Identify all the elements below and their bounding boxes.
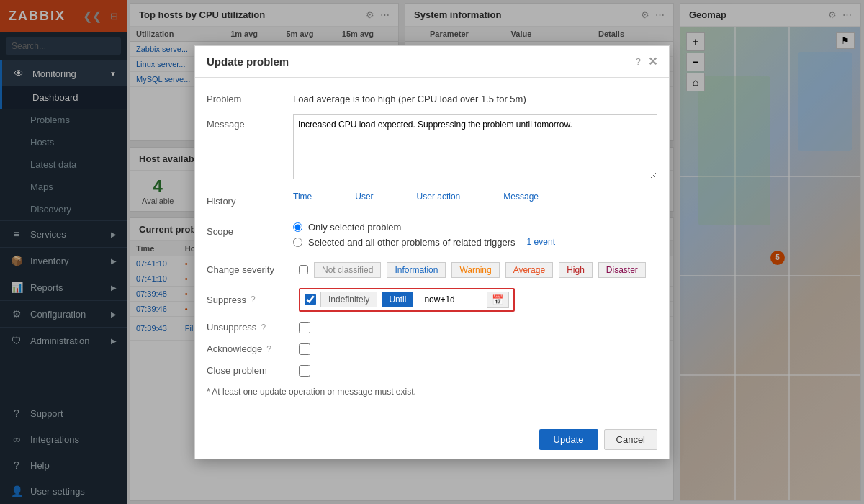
suppress-label-area: Suppress ? <box>207 294 293 305</box>
history-control: Time User User action Message <box>293 192 657 212</box>
severity-information-button[interactable]: Information <box>387 262 446 278</box>
modal-header: Update problem ? ✕ <box>195 46 669 78</box>
history-col-message[interactable]: Message <box>503 192 539 202</box>
scope-radio-only[interactable] <box>293 222 302 232</box>
suppress-until-button[interactable]: Until <box>382 292 413 307</box>
scope-control: Only selected problem Selected and all o… <box>293 222 657 252</box>
message-control: Increased CPU load expected. Suppressing… <box>293 114 657 181</box>
scope-label-all: Selected and all other problems of relat… <box>308 237 516 248</box>
modal-footer: Update Cancel <box>195 420 669 459</box>
suppress-controls: Indefinitely Until 📅 <box>299 288 515 312</box>
suppress-indefinitely-button[interactable]: Indefinitely <box>320 292 377 307</box>
suppress-calendar-button[interactable]: 📅 <box>487 292 509 308</box>
change-severity-row: Change severity Not classified Informati… <box>207 262 657 278</box>
suppress-checkbox[interactable] <box>305 294 316 305</box>
acknowledge-checkbox[interactable] <box>299 343 310 355</box>
update-problem-modal: Update problem ? ✕ Problem Load average … <box>194 45 670 459</box>
modal-help-icon[interactable]: ? <box>636 56 641 67</box>
history-section: Time User User action Message <box>293 192 657 202</box>
modal-overlay: Update problem ? ✕ Problem Load average … <box>0 0 864 504</box>
problem-text: Load average is too high (per CPU load o… <box>293 89 657 104</box>
unsuppress-row: Unsuppress ? <box>207 322 657 333</box>
severity-disaster-button[interactable]: Disaster <box>598 262 646 278</box>
unsuppress-checkbox[interactable] <box>299 322 310 333</box>
history-col-user[interactable]: User <box>355 192 373 202</box>
close-problem-checkbox[interactable] <box>299 365 310 377</box>
acknowledge-label-area: Acknowledge ? <box>207 343 293 354</box>
scope-option-2: Selected and all other problems of relat… <box>293 237 657 248</box>
suppress-help-icon[interactable]: ? <box>251 294 256 305</box>
modal-body: Problem Load average is too high (per CP… <box>195 78 669 420</box>
history-row: History Time User User action Message <box>207 192 657 212</box>
history-col-time[interactable]: Time <box>293 192 312 202</box>
cancel-button[interactable]: Cancel <box>604 429 657 450</box>
suppress-label: Suppress <box>207 294 246 305</box>
severity-warning-button[interactable]: Warning <box>451 262 499 278</box>
modal-title: Update problem <box>207 55 636 68</box>
severity-not-classified-button[interactable]: Not classified <box>314 262 381 278</box>
modal-note: * At least one update operation or messa… <box>207 387 657 397</box>
suppress-date-input[interactable] <box>418 292 482 307</box>
close-problem-row: Close problem <box>207 365 657 377</box>
scope-option-1: Only selected problem <box>293 222 657 233</box>
scope-radio-all[interactable] <box>293 238 302 247</box>
scope-event-link[interactable]: 1 event <box>527 237 555 247</box>
problem-row: Problem Load average is too high (per CP… <box>207 89 657 104</box>
message-row: Message Increased CPU load expected. Sup… <box>207 114 657 181</box>
modal-close-icon[interactable]: ✕ <box>648 55 657 68</box>
unsuppress-label-area: Unsuppress ? <box>207 322 293 333</box>
change-severity-checkbox[interactable] <box>299 265 308 274</box>
unsuppress-label: Unsuppress <box>207 322 256 333</box>
close-problem-label: Close problem <box>207 365 267 376</box>
suppress-row: Suppress ? Indefinitely Until 📅 <box>207 288 657 312</box>
unsuppress-help-icon[interactable]: ? <box>261 323 266 333</box>
problem-label: Problem <box>207 89 293 104</box>
scope-label-only: Only selected problem <box>308 222 401 233</box>
acknowledge-label: Acknowledge <box>207 343 262 354</box>
update-button[interactable]: Update <box>539 429 598 450</box>
close-problem-label-area: Close problem <box>207 365 293 376</box>
message-label: Message <box>207 114 293 130</box>
scope-row: Scope Only selected problem Selected and… <box>207 222 657 252</box>
acknowledge-help-icon[interactable]: ? <box>266 344 271 354</box>
history-col-action[interactable]: User action <box>417 192 461 202</box>
change-severity-label: Change severity <box>207 264 293 275</box>
severity-average-button[interactable]: Average <box>505 262 553 278</box>
message-textarea[interactable]: Increased CPU load expected. Suppressing… <box>293 114 657 179</box>
history-label: History <box>207 192 293 207</box>
severity-high-button[interactable]: High <box>559 262 593 278</box>
acknowledge-row: Acknowledge ? <box>207 343 657 355</box>
scope-label: Scope <box>207 222 293 237</box>
